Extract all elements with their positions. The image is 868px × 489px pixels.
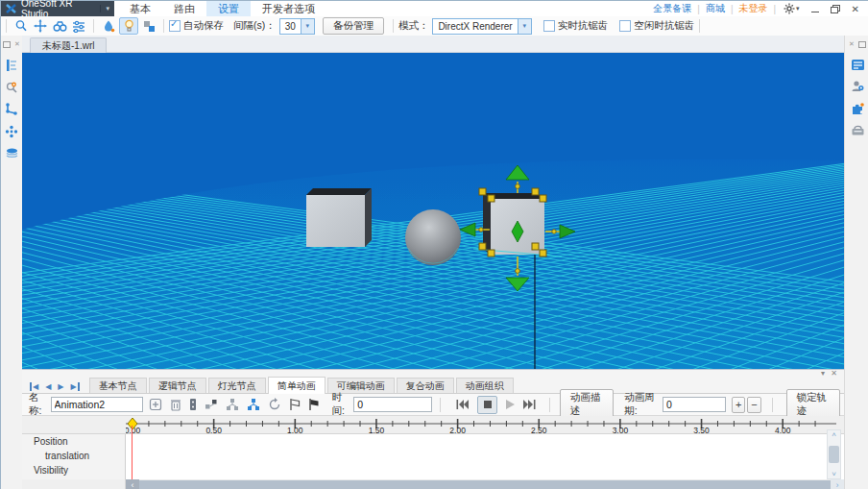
store-link[interactable]: 商城: [706, 2, 725, 15]
tab-nav-last-icon[interactable]: ▶: [70, 382, 79, 391]
document-tab[interactable]: 未标题-1.wrl: [30, 37, 107, 53]
track-list: Position translation Visibility: [22, 434, 126, 479]
flag-filled-icon[interactable]: [308, 398, 320, 411]
binoculars-icon[interactable]: [51, 18, 68, 34]
sphere-object[interactable]: [405, 209, 461, 265]
material-library-icon[interactable]: [845, 59, 868, 71]
titlebar-right: 全景备课 | 商城 | 未登录 | ▾: [649, 1, 865, 16]
resource-person-icon[interactable]: [845, 80, 868, 93]
main-menu: 基本 路由 设置 开发者选项: [118, 1, 326, 16]
tab-basic-nodes[interactable]: 基本节点: [89, 378, 147, 394]
interval-value: 30: [280, 21, 301, 32]
loop-icon[interactable]: [268, 398, 281, 411]
viewport-3d[interactable]: [22, 53, 844, 369]
stop-button[interactable]: [477, 396, 497, 414]
scroll-up-icon[interactable]: ˄: [832, 430, 836, 439]
scroll-down-icon[interactable]: ˅: [832, 470, 836, 478]
interval-dropdown[interactable]: 30 ▾: [279, 18, 315, 35]
track-row-position[interactable]: Position: [22, 434, 125, 449]
clipboard-icon[interactable]: [189, 398, 197, 411]
playhead-line[interactable]: [132, 426, 133, 479]
search-settings-icon[interactable]: [1, 81, 22, 94]
paint-fill-icon[interactable]: [100, 18, 117, 34]
app-badge[interactable]: OneSoft XR Studio ▾: [1, 1, 114, 16]
realtime-aa-label: 实时抗锯齿: [558, 19, 609, 33]
tab-nav-first-icon[interactable]: ◀: [30, 382, 38, 391]
restore-button[interactable]: [831, 5, 840, 13]
menu-developer-options[interactable]: 开发者选项: [251, 1, 326, 16]
idle-aa-label: 空闲时抗锯齿: [634, 19, 694, 33]
flag-outline-icon[interactable]: [289, 398, 301, 411]
track-row-visibility[interactable]: Visibility: [22, 463, 125, 477]
tab-nav-prev-icon[interactable]: ◀: [45, 382, 51, 391]
node-cluster-icon[interactable]: [1, 125, 22, 138]
store-basket-icon[interactable]: [845, 124, 868, 136]
animation-controls: 名称: 时间:: [22, 394, 844, 416]
animation-panel: ▾ ✕ ◀ ◀ ▶ ▶ 基本节点 逻辑节点 灯光节点 简单动画 可编辑动画 复合…: [22, 369, 844, 489]
tab-logic-nodes[interactable]: 逻辑节点: [149, 378, 206, 394]
tab-animation-group[interactable]: 动画组织: [456, 378, 514, 394]
idle-aa-checkbox[interactable]: [619, 20, 631, 32]
vertical-scrollbar[interactable]: ˄ ˅: [827, 429, 841, 479]
autosave-checkbox[interactable]: [169, 20, 181, 32]
skeleton-joint-icon[interactable]: [1, 103, 22, 116]
left-sidebar: ✕: [1, 36, 23, 489]
scroll-left-icon[interactable]: ‹: [126, 479, 139, 489]
time-input[interactable]: [353, 397, 432, 412]
skip-end-icon[interactable]: [523, 400, 536, 409]
autosave-label: 自动保存: [183, 19, 224, 33]
panel-tab-bar: ◀ ◀ ▶ ▶ 基本节点 逻辑节点 灯光节点 简单动画 可编辑动画 复合动画 动…: [22, 377, 844, 394]
filter-sliders-icon[interactable]: [70, 18, 87, 34]
light-bulb-icon[interactable]: [119, 17, 138, 35]
menu-routing[interactable]: 路由: [162, 1, 206, 16]
document-tab-bar: 未标题-1.wrl: [22, 36, 844, 53]
delete-icon[interactable]: [170, 398, 181, 411]
menu-basic[interactable]: 基本: [118, 1, 162, 16]
right-sidebar: ✕: [844, 36, 868, 489]
realtime-aa-checkbox[interactable]: [543, 20, 555, 32]
objects-cubes-icon[interactable]: [140, 18, 157, 34]
tab-nav-next-icon[interactable]: ▶: [58, 382, 63, 391]
timeline-tracks: Position translation Visibility: [22, 434, 844, 479]
timeline-ruler[interactable]: 0.000.501.001.502.002.503.003.504.00: [22, 416, 844, 434]
period-plus-button[interactable]: +: [732, 397, 745, 413]
pane-dock-icon[interactable]: [858, 41, 866, 48]
layers-globe-icon[interactable]: [1, 147, 22, 159]
scroll-thumb[interactable]: [139, 480, 831, 489]
tab-composite-animation[interactable]: 复合动画: [397, 378, 454, 394]
horizontal-scrollbar[interactable]: ‹ ›: [22, 479, 844, 489]
period-minus-button[interactable]: −: [747, 397, 760, 413]
login-status[interactable]: 未登录: [738, 2, 767, 15]
period-input[interactable]: [663, 397, 726, 412]
pane-close-icon[interactable]: ✕: [849, 40, 855, 48]
tab-light-nodes[interactable]: 灯光节点: [208, 378, 266, 394]
play-button[interactable]: [506, 400, 515, 409]
plugin-puzzle-icon[interactable]: [845, 102, 868, 115]
tab-simple-animation[interactable]: 简单动画: [268, 377, 326, 394]
renderer-dropdown[interactable]: DirectX Renderer ▾: [432, 18, 531, 35]
search-icon[interactable]: [12, 18, 30, 34]
scroll-right-icon[interactable]: ›: [831, 479, 844, 489]
settings-gear-icon[interactable]: ▾: [784, 3, 800, 14]
backup-manage-button[interactable]: 备份管理: [323, 17, 384, 35]
node-tree-icon[interactable]: [226, 398, 239, 411]
scroll-thumb[interactable]: [829, 446, 839, 463]
menu-settings[interactable]: 设置: [206, 1, 251, 16]
pane-close-icon[interactable]: ✕: [14, 40, 20, 48]
pane-dock-icon[interactable]: [3, 41, 11, 48]
svg-text:2.00: 2.00: [449, 426, 466, 434]
node-tree-active-icon[interactable]: [247, 398, 260, 411]
add-keyframe-icon[interactable]: [149, 398, 162, 411]
move-tool-icon[interactable]: [32, 18, 49, 34]
node-graph-icon[interactable]: [205, 398, 218, 411]
close-button[interactable]: ✕: [852, 4, 859, 14]
app-menu-caret-icon[interactable]: ▾: [100, 5, 114, 12]
minimize-button[interactable]: [811, 6, 819, 12]
animation-name-input[interactable]: [51, 397, 143, 412]
app-window: OneSoft XR Studio ▾ 基本 路由 设置 开发者选项 全景备课 …: [0, 0, 868, 489]
cube-object[interactable]: [306, 188, 372, 247]
panorama-lesson-link[interactable]: 全景备课: [653, 2, 691, 15]
skip-start-icon[interactable]: [456, 400, 469, 409]
scene-tree-icon[interactable]: [1, 59, 22, 72]
track-row-translation[interactable]: translation: [22, 449, 125, 463]
